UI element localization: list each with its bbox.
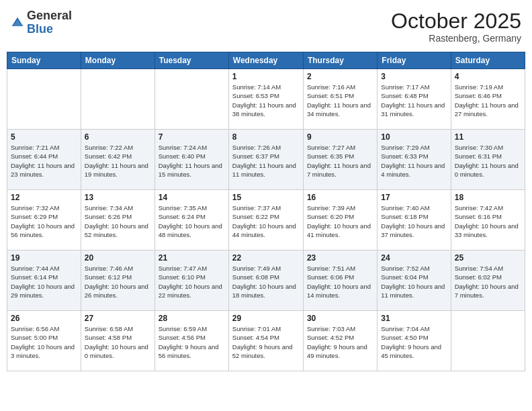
calendar-week-2: 5Sunrise: 7:21 AM Sunset: 6:44 PM Daylig… [7,130,525,190]
col-saturday: Saturday [451,52,525,69]
day-number: 11 [455,132,521,142]
day-info: Sunrise: 7:39 AM Sunset: 6:20 PM Dayligh… [307,203,373,239]
logo: General Blue [11,9,72,36]
calendar-cell: 6Sunrise: 7:22 AM Sunset: 6:42 PM Daylig… [81,130,154,190]
day-number: 3 [381,72,447,81]
day-number: 23 [307,253,373,263]
day-number: 12 [11,193,77,202]
calendar-cell: 26Sunrise: 6:56 AM Sunset: 5:00 PM Dayli… [7,311,81,371]
day-number: 9 [307,132,373,142]
day-info: Sunrise: 7:46 AM Sunset: 6:12 PM Dayligh… [85,264,151,300]
calendar-cell: 2Sunrise: 7:16 AM Sunset: 6:51 PM Daylig… [303,69,377,130]
day-number: 24 [381,253,447,263]
calendar-cell [7,69,81,130]
day-info: Sunrise: 7:30 AM Sunset: 6:31 PM Dayligh… [455,143,521,179]
day-number: 18 [455,193,521,202]
page: General Blue October 2025 Rastenberg, Ge… [0,0,532,411]
day-number: 4 [455,72,521,81]
calendar-week-1: 1Sunrise: 7:14 AM Sunset: 6:53 PM Daylig… [7,69,525,130]
month-title: October 2025 [391,9,521,33]
calendar-cell [81,69,154,130]
col-tuesday: Tuesday [154,52,228,69]
calendar-cell: 8Sunrise: 7:26 AM Sunset: 6:37 PM Daylig… [228,130,303,190]
day-number: 8 [232,132,300,142]
calendar-cell: 3Sunrise: 7:17 AM Sunset: 6:48 PM Daylig… [378,69,451,130]
day-info: Sunrise: 7:52 AM Sunset: 6:04 PM Dayligh… [381,264,447,300]
calendar-table: Sunday Monday Tuesday Wednesday Thursday… [7,52,525,371]
day-info: Sunrise: 6:59 AM Sunset: 4:56 PM Dayligh… [159,324,225,360]
calendar-cell: 21Sunrise: 7:47 AM Sunset: 6:10 PM Dayli… [154,250,228,311]
day-info: Sunrise: 7:47 AM Sunset: 6:10 PM Dayligh… [159,264,225,300]
day-info: Sunrise: 7:01 AM Sunset: 4:54 PM Dayligh… [232,324,300,360]
calendar-cell: 18Sunrise: 7:42 AM Sunset: 6:16 PM Dayli… [451,190,525,250]
day-number: 1 [232,72,300,81]
col-sunday: Sunday [7,52,81,69]
calendar-cell: 7Sunrise: 7:24 AM Sunset: 6:40 PM Daylig… [154,130,228,190]
day-number: 29 [232,314,300,323]
day-info: Sunrise: 7:32 AM Sunset: 6:29 PM Dayligh… [11,203,77,239]
col-thursday: Thursday [303,52,377,69]
day-info: Sunrise: 7:29 AM Sunset: 6:33 PM Dayligh… [381,143,447,179]
day-info: Sunrise: 7:40 AM Sunset: 6:18 PM Dayligh… [381,203,447,239]
calendar-cell: 1Sunrise: 7:14 AM Sunset: 6:53 PM Daylig… [228,69,303,130]
day-info: Sunrise: 7:16 AM Sunset: 6:51 PM Dayligh… [307,83,373,118]
day-number: 27 [85,314,151,323]
day-number: 30 [307,314,373,323]
day-number: 2 [307,72,373,81]
col-monday: Monday [81,52,154,69]
day-info: Sunrise: 7:26 AM Sunset: 6:37 PM Dayligh… [232,143,300,179]
calendar-cell: 13Sunrise: 7:34 AM Sunset: 6:26 PM Dayli… [81,190,154,250]
calendar-cell: 29Sunrise: 7:01 AM Sunset: 4:54 PM Dayli… [228,311,303,371]
day-number: 19 [11,253,77,263]
calendar-cell: 30Sunrise: 7:03 AM Sunset: 4:52 PM Dayli… [303,311,377,371]
day-info: Sunrise: 7:44 AM Sunset: 6:14 PM Dayligh… [11,264,77,300]
calendar-week-3: 12Sunrise: 7:32 AM Sunset: 6:29 PM Dayli… [7,190,525,250]
col-wednesday: Wednesday [228,52,303,69]
day-info: Sunrise: 7:54 AM Sunset: 6:02 PM Dayligh… [455,264,521,300]
day-info: Sunrise: 7:24 AM Sunset: 6:40 PM Dayligh… [159,143,225,179]
calendar-cell: 16Sunrise: 7:39 AM Sunset: 6:20 PM Dayli… [303,190,377,250]
calendar-cell [154,69,228,130]
calendar-cell [451,311,525,371]
calendar-cell: 12Sunrise: 7:32 AM Sunset: 6:29 PM Dayli… [7,190,81,250]
day-number: 28 [159,314,225,323]
day-info: Sunrise: 7:35 AM Sunset: 6:24 PM Dayligh… [159,203,225,239]
day-info: Sunrise: 7:22 AM Sunset: 6:42 PM Dayligh… [85,143,151,179]
calendar-cell: 31Sunrise: 7:04 AM Sunset: 4:50 PM Dayli… [378,311,451,371]
day-info: Sunrise: 7:21 AM Sunset: 6:44 PM Dayligh… [11,143,77,179]
day-number: 22 [232,253,300,263]
logo-icon [11,16,24,30]
day-info: Sunrise: 7:27 AM Sunset: 6:35 PM Dayligh… [307,143,373,179]
day-number: 20 [85,253,151,263]
calendar-cell: 23Sunrise: 7:51 AM Sunset: 6:06 PM Dayli… [303,250,377,311]
calendar-week-4: 19Sunrise: 7:44 AM Sunset: 6:14 PM Dayli… [7,250,525,311]
calendar-cell: 27Sunrise: 6:58 AM Sunset: 4:58 PM Dayli… [81,311,154,371]
calendar-cell: 5Sunrise: 7:21 AM Sunset: 6:44 PM Daylig… [7,130,81,190]
calendar-cell: 28Sunrise: 6:59 AM Sunset: 4:56 PM Dayli… [154,311,228,371]
day-info: Sunrise: 7:04 AM Sunset: 4:50 PM Dayligh… [381,324,447,360]
day-info: Sunrise: 6:56 AM Sunset: 5:00 PM Dayligh… [11,324,77,360]
day-info: Sunrise: 7:42 AM Sunset: 6:16 PM Dayligh… [455,203,521,239]
title-block: October 2025 Rastenberg, Germany [391,9,521,44]
day-info: Sunrise: 7:14 AM Sunset: 6:53 PM Dayligh… [232,83,300,118]
header: General Blue October 2025 Rastenberg, Ge… [7,7,525,46]
day-info: Sunrise: 7:37 AM Sunset: 6:22 PM Dayligh… [232,203,300,239]
day-info: Sunrise: 7:19 AM Sunset: 6:46 PM Dayligh… [455,83,521,118]
calendar-cell: 22Sunrise: 7:49 AM Sunset: 6:08 PM Dayli… [228,250,303,311]
day-number: 31 [381,314,447,323]
logo-general: General [27,9,72,23]
calendar-cell: 9Sunrise: 7:27 AM Sunset: 6:35 PM Daylig… [303,130,377,190]
day-info: Sunrise: 7:03 AM Sunset: 4:52 PM Dayligh… [307,324,373,360]
day-number: 7 [159,132,225,142]
day-number: 16 [307,193,373,202]
day-number: 5 [11,132,77,142]
day-number: 15 [232,193,300,202]
calendar-cell: 14Sunrise: 7:35 AM Sunset: 6:24 PM Dayli… [154,190,228,250]
calendar-cell: 17Sunrise: 7:40 AM Sunset: 6:18 PM Dayli… [378,190,451,250]
day-info: Sunrise: 6:58 AM Sunset: 4:58 PM Dayligh… [85,324,151,360]
day-number: 14 [159,193,225,202]
calendar-cell: 4Sunrise: 7:19 AM Sunset: 6:46 PM Daylig… [451,69,525,130]
day-number: 21 [159,253,225,263]
calendar-cell: 10Sunrise: 7:29 AM Sunset: 6:33 PM Dayli… [378,130,451,190]
calendar-cell: 19Sunrise: 7:44 AM Sunset: 6:14 PM Dayli… [7,250,81,311]
